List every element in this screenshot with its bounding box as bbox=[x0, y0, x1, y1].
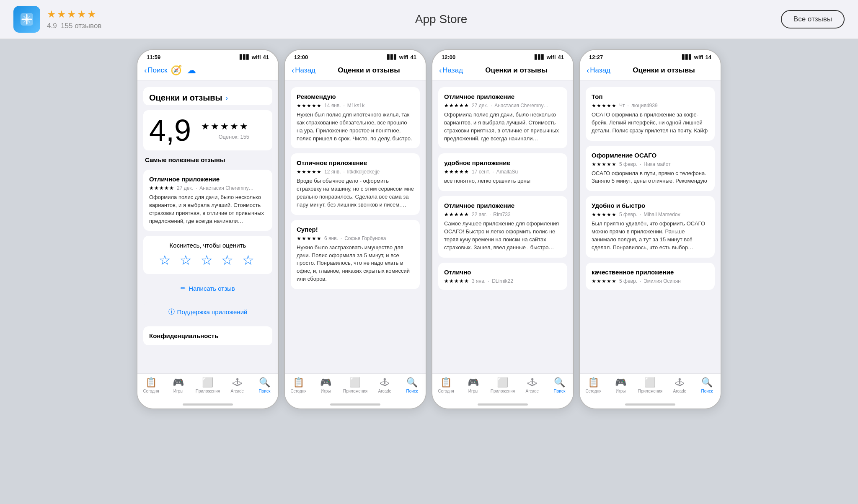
bottom-nav-today-3[interactable]: 📋 Сегодня bbox=[436, 377, 456, 393]
back-label-4[interactable]: Назад bbox=[590, 66, 610, 75]
bottom-nav-arcade-3[interactable]: 🕹 Arcade bbox=[522, 377, 542, 393]
review-stars-3b: ★★★★★ bbox=[444, 169, 469, 175]
page-title: App Store bbox=[415, 13, 468, 26]
phone-content-2: Рекомендую ★★★★★ 14 янв. · M1ks1k Нужен … bbox=[285, 80, 426, 373]
back-label-1[interactable]: Поиск bbox=[147, 66, 167, 75]
review-card-3d: Отлично ★★★★★ 3 янв. · DLirnik22 bbox=[438, 263, 567, 290]
signal-icon-3: ▋▋▋ bbox=[535, 54, 545, 60]
bottom-nav-today-4[interactable]: 📋 Сегодня bbox=[584, 377, 604, 393]
bottom-nav-apps-2[interactable]: ⬜ Приложения bbox=[343, 377, 368, 393]
search-icon-2: 🔍 bbox=[406, 377, 418, 388]
review-card-2a: Рекомендую ★★★★★ 14 янв. · M1ks1k Нужен … bbox=[291, 87, 420, 148]
bottom-nav-search-1[interactable]: 🔍 Поиск bbox=[254, 377, 274, 393]
review-author-2b: litkdkdljeekejje bbox=[347, 169, 380, 175]
review-stars-4c: ★★★★★ bbox=[592, 212, 617, 217]
nav-title-4: Оценки и отзывы bbox=[614, 66, 714, 75]
wifi-icon-3: wifi bbox=[547, 54, 556, 60]
bottom-nav-arcade-4[interactable]: 🕹 Arcade bbox=[669, 377, 690, 393]
back-label-2[interactable]: Назад bbox=[295, 66, 315, 75]
review-meta-4b: ★★★★★ 5 февр. · Ника майот bbox=[592, 161, 709, 167]
battery-3: 41 bbox=[558, 54, 564, 60]
bottom-nav-arcade-2[interactable]: 🕹 Arcade bbox=[375, 377, 395, 393]
review-body-2b: Вроде бы обычное дело - оформить страхов… bbox=[297, 177, 414, 209]
review-stars-2b: ★★★★★ bbox=[297, 169, 322, 175]
rate-stars[interactable]: ☆ ☆ ☆ ☆ ☆ bbox=[149, 252, 266, 268]
games-label-1: Игры bbox=[173, 389, 183, 393]
arcade-label-4: Arcade bbox=[673, 389, 687, 393]
bottom-nav-apps-1[interactable]: ⬜ Приложения bbox=[196, 377, 220, 393]
arcade-icon-3: 🕹 bbox=[527, 377, 537, 388]
today-icon-2: 📋 bbox=[293, 377, 304, 388]
reviews-list-3: Отличное приложение ★★★★★ 27 дек. · Анас… bbox=[438, 87, 567, 290]
cloud-icon[interactable]: ☁ bbox=[187, 65, 196, 76]
review-author-2a: M1ks1k bbox=[347, 103, 364, 109]
wifi-icon-4: wifi bbox=[694, 54, 703, 60]
navbar-3: ‹ Назад Оценки и отзывы bbox=[432, 62, 573, 80]
phone-content-1: Оценки и отзывы › 4,9 ★★★★★ Оценок: 155 … bbox=[137, 80, 278, 373]
review-card-4a: Топ ★★★★★ Чт · люция4939 ОСАГО оформила … bbox=[586, 87, 715, 141]
back-label-3[interactable]: Назад bbox=[442, 66, 463, 75]
status-time-1: 11:59 bbox=[147, 54, 160, 60]
review-author-3c: Rlm733 bbox=[493, 212, 510, 217]
bottom-nav-today-2[interactable]: 📋 Сегодня bbox=[289, 377, 309, 393]
review-stars-4d: ★★★★★ bbox=[592, 278, 617, 284]
back-btn-1[interactable]: ‹ Поиск bbox=[144, 66, 167, 75]
status-icons-3: ▋▋▋ wifi 41 bbox=[535, 54, 564, 60]
status-bar-4: 12:27 ▋▋▋ wifi 14 bbox=[580, 50, 721, 62]
bottom-nav-games-2[interactable]: 🎮 Игры bbox=[316, 377, 336, 393]
home-indicator-2 bbox=[285, 400, 426, 408]
dot-3d: · bbox=[488, 278, 489, 284]
review-author-3a: Анастасия Cheremny… bbox=[494, 103, 548, 109]
review-card-4c: Удобно и быстро ★★★★★ 5 февр. · Mihail M… bbox=[586, 196, 715, 257]
stars-display: ★★★★★ bbox=[47, 8, 101, 20]
bottom-nav-4: 📋 Сегодня 🎮 Игры ⬜ Приложения 🕹 Arcade 🔍… bbox=[580, 373, 721, 400]
review-author-4d: Эмилия Осипян bbox=[644, 278, 681, 284]
review-meta-3d: ★★★★★ 3 янв. · DLirnik22 bbox=[444, 278, 561, 284]
privacy-section: Конфиденциальность bbox=[143, 326, 272, 345]
status-time-4: 12:27 bbox=[589, 54, 603, 60]
review-date-4a: Чт bbox=[619, 103, 625, 109]
phones-row: 11:59 ▋▋▋ wifi 41 ‹ Поиск 🧭 ☁ Оценки и о… bbox=[0, 39, 858, 504]
tap-to-rate-label: Коснитесь, чтобы оценить bbox=[149, 242, 266, 249]
app-info: ★★★★★ 4.9 155 отзывов bbox=[13, 6, 101, 33]
bottom-nav-apps-3[interactable]: ⬜ Приложения bbox=[491, 377, 515, 393]
bottom-nav-games-1[interactable]: 🎮 Игры bbox=[168, 377, 189, 393]
games-icon-3: 🎮 bbox=[468, 377, 479, 388]
bottom-nav-apps-4[interactable]: ⬜ Приложения bbox=[638, 377, 663, 393]
signal-icon-2: ▋▋▋ bbox=[387, 54, 397, 60]
back-btn-3[interactable]: ‹ Назад bbox=[439, 66, 463, 75]
bottom-nav-games-4[interactable]: 🎮 Игры bbox=[611, 377, 631, 393]
compass-icon[interactable]: 🧭 bbox=[171, 65, 182, 76]
bottom-nav-arcade-1[interactable]: 🕹 Arcade bbox=[227, 377, 247, 393]
bottom-nav-games-3[interactable]: 🎮 Игры bbox=[463, 377, 483, 393]
review-stars-2c: ★★★★★ bbox=[297, 235, 322, 241]
back-btn-4[interactable]: ‹ Назад bbox=[587, 66, 610, 75]
bottom-nav-today-1[interactable]: 📋 Сегодня bbox=[141, 377, 161, 393]
review-card-2b: Отличное приложение ★★★★★ 12 янв. · litk… bbox=[291, 153, 420, 215]
review-stars-3c: ★★★★★ bbox=[444, 212, 469, 217]
today-icon-3: 📋 bbox=[440, 377, 452, 388]
review-meta-4a: ★★★★★ Чт · люция4939 bbox=[592, 103, 709, 109]
review-author-4c: Mihail Mamedov bbox=[644, 212, 680, 217]
dot-3a: · bbox=[491, 103, 492, 109]
support-button[interactable]: ⓘ Поддержка приложений bbox=[143, 302, 272, 321]
review-title-2a: Рекомендую bbox=[297, 93, 414, 100]
today-label-4: Сегодня bbox=[585, 389, 601, 393]
review-title-3b: удобное приложение bbox=[444, 159, 561, 166]
ratings-count-label: Оценок: 155 bbox=[201, 134, 249, 140]
bottom-nav-search-4[interactable]: 🔍 Поиск bbox=[697, 377, 717, 393]
back-btn-2[interactable]: ‹ Назад bbox=[292, 66, 315, 75]
home-indicator-3 bbox=[432, 400, 573, 408]
apps-label-4: Приложения bbox=[638, 389, 663, 393]
bottom-nav-search-3[interactable]: 🔍 Поиск bbox=[549, 377, 569, 393]
phone-content-3: Отличное приложение ★★★★★ 27 дек. · Анас… bbox=[432, 80, 573, 373]
apps-icon-4: ⬜ bbox=[644, 377, 656, 388]
status-time-3: 12:00 bbox=[442, 54, 455, 60]
bottom-nav-1: 📋 Сегодня 🎮 Игры ⬜ Приложения 🕹 Arcade 🔍… bbox=[137, 373, 278, 400]
bottom-nav-search-2[interactable]: 🔍 Поиск bbox=[402, 377, 422, 393]
write-review-button[interactable]: ✏ Написать отзыв bbox=[143, 279, 272, 297]
apps-label-1: Приложения bbox=[196, 389, 220, 393]
big-rating-block: 4,9 ★★★★★ Оценок: 155 bbox=[143, 110, 272, 150]
all-reviews-button[interactable]: Все отзывы bbox=[781, 10, 845, 28]
review-date-3d: 3 янв. bbox=[472, 278, 486, 284]
